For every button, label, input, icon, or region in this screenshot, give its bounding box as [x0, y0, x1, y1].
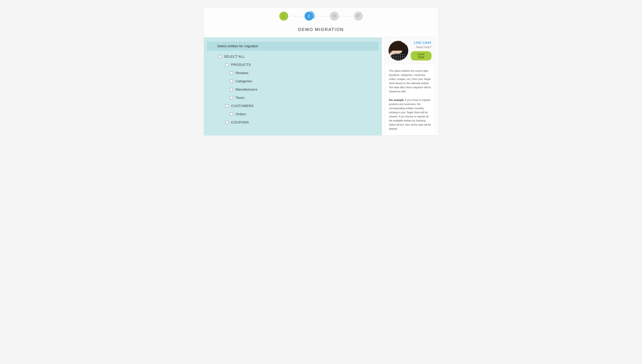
flag-icon — [356, 14, 361, 18]
chat-info: LIVE CHAT Need help? CHAT NOW — [411, 41, 432, 60]
entity-select-all[interactable]: SELECT ALL — [218, 54, 379, 58]
step-2[interactable]: 2 — [304, 12, 313, 20]
checkbox-select-all[interactable] — [218, 55, 221, 58]
entity-reviews[interactable]: Reviews — [218, 71, 379, 75]
entity-products[interactable]: PRODUCTS — [218, 63, 379, 67]
entity-label: SELECT ALL — [224, 54, 245, 58]
content-wrapper: Select entities for migration SELECT ALL… — [204, 38, 438, 136]
checkbox-coupons[interactable] — [225, 121, 229, 124]
page-title: DEMO MIGRATION — [204, 27, 438, 38]
entity-label: COUPONS — [231, 120, 249, 124]
info-card: This option deletes the current data (pr… — [385, 64, 435, 136]
chat-title: LIVE CHAT — [414, 41, 432, 45]
entity-customers[interactable]: CUSTOMERS — [218, 104, 379, 108]
step-2-wrapper: 2 — [303, 10, 314, 22]
entity-coupons[interactable]: COUPONS — [218, 120, 379, 124]
entities-panel: Select entities for migration SELECT ALL… — [204, 38, 382, 136]
info-bold: For example — [389, 98, 404, 102]
checkbox-reviews[interactable] — [230, 72, 233, 75]
sidebar-panel: LIVE CHAT Need help? CHAT NOW This optio… — [385, 38, 438, 136]
info-rest: : if you chose to migrate products and c… — [389, 98, 431, 130]
entity-label: Manufacturers — [235, 88, 257, 92]
checkbox-manufacturers[interactable] — [230, 88, 233, 91]
entity-label: Orders — [235, 112, 246, 116]
entity-categories[interactable]: Categories — [218, 79, 379, 83]
info-paragraph-2: For example: if you chose to migrate pro… — [389, 98, 431, 131]
progress-stepper: 1 ✓ 2 3 — [204, 10, 438, 27]
checkbox-taxes[interactable] — [230, 96, 233, 99]
entity-label: Categories — [235, 79, 252, 83]
checkbox-products[interactable] — [225, 63, 229, 66]
entity-label: CUSTOMERS — [231, 104, 254, 108]
chat-subtitle: Need help? — [416, 46, 432, 49]
step-1[interactable]: 1 — [279, 12, 288, 20]
entity-label: PRODUCTS — [231, 63, 251, 67]
step-connector-3 — [339, 16, 354, 16]
main-container: 1 ✓ 2 3 DEMO MIGRATION Select enti — [204, 7, 438, 136]
step-3[interactable]: 3 — [330, 12, 339, 20]
step-connector-2 — [314, 16, 330, 16]
checkbox-categories[interactable] — [230, 80, 233, 83]
step-connector-1: ✓ — [288, 15, 303, 18]
check-icon: ✓ — [293, 15, 298, 18]
entity-taxes[interactable]: Taxes — [218, 96, 379, 100]
entity-orders[interactable]: Orders — [218, 112, 379, 116]
entity-manufacturers[interactable]: Manufacturers — [218, 88, 379, 92]
info-paragraph-1: This option deletes the current data (pr… — [389, 69, 431, 94]
avatar — [389, 41, 408, 60]
live-chat-card: LIVE CHAT Need help? CHAT NOW — [385, 38, 435, 64]
entity-label: Taxes — [235, 96, 244, 100]
checkbox-customers[interactable] — [225, 104, 229, 108]
chat-now-button[interactable]: CHAT NOW — [411, 51, 432, 60]
step-finish[interactable] — [354, 12, 363, 20]
entity-list: SELECT ALL PRODUCTS Reviews Categories M… — [207, 54, 379, 124]
section-header: Select entities for migration — [207, 42, 379, 51]
entity-label: Reviews — [235, 71, 248, 75]
checkbox-orders[interactable] — [230, 112, 233, 116]
